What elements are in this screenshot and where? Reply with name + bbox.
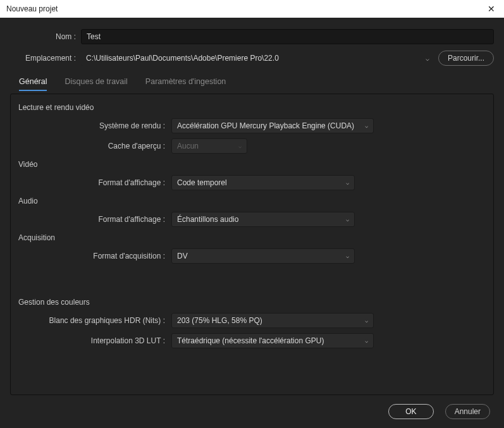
name-label: Nom : xyxy=(10,32,81,41)
renderer-label: Système de rendu : xyxy=(17,121,171,130)
chevron-down-icon: ⌵ xyxy=(365,338,368,344)
video-display-row: Format d'affichage : Code temporel ⌵ xyxy=(17,175,487,190)
lut-interp-row: Interpolation 3D LUT : Tétraédrique (néc… xyxy=(17,333,487,348)
name-input[interactable] xyxy=(81,29,494,44)
video-display-select[interactable]: Code temporel ⌵ xyxy=(171,175,355,190)
chevron-down-icon[interactable]: ⌵ xyxy=(422,55,433,62)
tab-scratch-disks[interactable]: Disques de travail xyxy=(65,77,127,91)
general-panel: Lecture et rendu vidéo Système de rendu … xyxy=(10,94,494,395)
capture-format-row: Format d'acquisition : DV ⌵ xyxy=(17,248,487,264)
location-value: C:\Utilisateurs\Paul\Documents\Adobe\Pre… xyxy=(81,51,422,66)
tab-ingest[interactable]: Paramètres d'ingestion xyxy=(145,77,226,91)
preview-cache-value: Aucun xyxy=(177,142,199,150)
cancel-button[interactable]: Annuler xyxy=(445,404,490,419)
hdr-white-value: 203 (75% HLG, 58% PQ) xyxy=(177,316,262,325)
chevron-down-icon: ⌵ xyxy=(238,143,242,149)
chevron-down-icon: ⌵ xyxy=(346,180,349,186)
section-audio-title: Audio xyxy=(18,197,487,205)
section-color-title: Gestion des couleurs xyxy=(18,298,487,307)
preview-cache-row: Cache d'aperçu : Aucun ⌵ xyxy=(17,138,487,154)
capture-format-label: Format d'acquisition : xyxy=(17,252,171,260)
audio-display-label: Format d'affichage : xyxy=(17,215,171,224)
chevron-down-icon: ⌵ xyxy=(346,253,349,259)
hdr-white-select[interactable]: 203 (75% HLG, 58% PQ) ⌵ xyxy=(171,313,374,328)
video-display-label: Format d'affichage : xyxy=(17,178,171,187)
renderer-select[interactable]: Accélération GPU Mercury Playback Engine… xyxy=(171,118,374,133)
video-display-value: Code temporel xyxy=(177,178,227,187)
chevron-down-icon: ⌵ xyxy=(365,123,368,129)
dialog-content: Nom : Emplacement : C:\Utilisateurs\Paul… xyxy=(0,18,504,428)
spacer xyxy=(17,269,487,291)
audio-display-value: Échantillons audio xyxy=(177,215,238,224)
titlebar: Nouveau projet ✕ xyxy=(0,0,504,18)
section-video-title: Vidéo xyxy=(18,160,487,169)
preview-cache-select: Aucun ⌵ xyxy=(171,138,247,154)
tabs: Général Disques de travail Paramètres d'… xyxy=(10,72,494,91)
window-title: Nouveau projet xyxy=(6,4,58,13)
capture-format-select[interactable]: DV ⌵ xyxy=(171,248,355,264)
lut-interp-value: Tétraédrique (nécessite l'accélération G… xyxy=(177,336,324,345)
name-row: Nom : xyxy=(10,29,494,44)
lut-interp-label: Interpolation 3D LUT : xyxy=(17,336,171,345)
capture-format-value: DV xyxy=(177,252,188,260)
browse-button[interactable]: Parcourir... xyxy=(438,51,494,66)
close-icon[interactable]: ✕ xyxy=(485,4,498,14)
lut-interp-select[interactable]: Tétraédrique (nécessite l'accélération G… xyxy=(171,333,374,348)
preview-cache-label: Cache d'aperçu : xyxy=(17,142,171,150)
tab-general[interactable]: Général xyxy=(19,77,47,91)
section-capture-title: Acquisition xyxy=(18,233,487,242)
chevron-down-icon: ⌵ xyxy=(346,216,349,223)
hdr-white-label: Blanc des graphiques HDR (Nits) : xyxy=(17,316,171,325)
dialog-footer: OK Annuler xyxy=(10,395,494,420)
location-label: Emplacement : xyxy=(10,54,81,63)
audio-display-row: Format d'affichage : Échantillons audio … xyxy=(17,212,487,227)
renderer-row: Système de rendu : Accélération GPU Merc… xyxy=(17,118,487,133)
hdr-white-row: Blanc des graphiques HDR (Nits) : 203 (7… xyxy=(17,313,487,328)
ok-button[interactable]: OK xyxy=(388,404,433,419)
location-row: Emplacement : C:\Utilisateurs\Paul\Docum… xyxy=(10,51,494,66)
chevron-down-icon: ⌵ xyxy=(365,317,368,324)
renderer-value: Accélération GPU Mercury Playback Engine… xyxy=(177,121,354,130)
section-playback-title: Lecture et rendu vidéo xyxy=(18,103,487,112)
audio-display-select[interactable]: Échantillons audio ⌵ xyxy=(171,212,355,227)
